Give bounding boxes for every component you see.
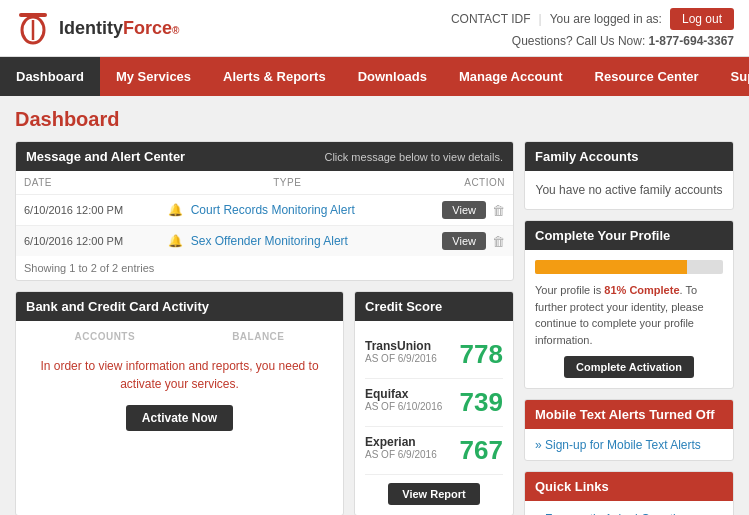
equifax-date: AS OF 6/10/2016 bbox=[365, 401, 442, 412]
family-accounts-body: You have no active family accounts bbox=[525, 171, 733, 209]
nav-item-manageaccount[interactable]: Manage Account bbox=[443, 57, 579, 96]
profile-text: Your profile is 81% Complete. To further… bbox=[535, 282, 723, 348]
bank-card-body: ACCOUNTS BALANCE In order to view inform… bbox=[16, 321, 343, 441]
view-report-button[interactable]: View Report bbox=[388, 483, 479, 505]
main-layout: Message and Alert Center Click message b… bbox=[15, 141, 734, 515]
message-alert-header: Message and Alert Center Click message b… bbox=[16, 142, 513, 171]
transunion-date: AS OF 6/9/2016 bbox=[365, 353, 437, 364]
equifax-score: 739 bbox=[460, 387, 503, 418]
bottom-row: Bank and Credit Card Activity ACCOUNTS B… bbox=[15, 291, 514, 515]
right-column: Family Accounts You have no active famil… bbox=[524, 141, 734, 515]
alert-date-2: 6/10/2016 12:00 PM bbox=[16, 226, 160, 257]
delete-icon-2[interactable]: 🗑 bbox=[492, 234, 505, 249]
transunion-score: 778 bbox=[460, 339, 503, 370]
mobile-alerts-body: Sign-up for Mobile Text Alerts bbox=[525, 429, 733, 460]
bank-card: Bank and Credit Card Activity ACCOUNTS B… bbox=[15, 291, 344, 515]
bank-activate-message: In order to view information and reports… bbox=[26, 357, 333, 393]
contact-text: CONTACT IDF bbox=[451, 12, 531, 26]
logo-text: IdentityForce® bbox=[59, 18, 179, 39]
alert-action-1: View 🗑 bbox=[414, 195, 513, 226]
delete-icon-1[interactable]: 🗑 bbox=[492, 203, 505, 218]
experian-label: Experian bbox=[365, 435, 437, 449]
logo-area: IdentityForce® bbox=[15, 10, 179, 46]
logout-button[interactable]: Log out bbox=[670, 8, 734, 30]
nav-item-downloads[interactable]: Downloads bbox=[342, 57, 443, 96]
bank-col-accounts: ACCOUNTS bbox=[74, 331, 135, 342]
logged-in-text: You are logged in as: bbox=[550, 12, 662, 26]
view-button-2[interactable]: View bbox=[442, 232, 486, 250]
col-date: DATE bbox=[16, 171, 160, 195]
nav-item-dashboard[interactable]: Dashboard bbox=[0, 57, 100, 96]
transunion-label: TransUnion bbox=[365, 339, 437, 353]
header-right: CONTACT IDF | You are logged in as: Log … bbox=[451, 8, 734, 48]
logo-icon bbox=[15, 10, 51, 46]
header: IdentityForce® CONTACT IDF | You are log… bbox=[0, 0, 749, 57]
col-type: TYPE bbox=[160, 171, 414, 195]
nav-bar: Dashboard My Services Alerts & Reports D… bbox=[0, 57, 749, 96]
quick-links-card: Quick Links Frequently Asked Questions M… bbox=[524, 471, 734, 515]
alert-table: DATE TYPE ACTION 6/10/2016 12:00 PM 🔔 Co… bbox=[16, 171, 513, 256]
nav-item-resourcecenter[interactable]: Resource Center bbox=[579, 57, 715, 96]
complete-activation-button[interactable]: Complete Activation bbox=[564, 356, 694, 378]
credit-row-equifax: Equifax AS OF 6/10/2016 739 bbox=[365, 379, 503, 427]
page-title: Dashboard bbox=[15, 108, 734, 131]
alert-link-1[interactable]: Court Records Monitoring Alert bbox=[191, 203, 355, 217]
experian-date: AS OF 6/9/2016 bbox=[365, 449, 437, 460]
nav-item-alerts[interactable]: Alerts & Reports bbox=[207, 57, 342, 96]
col-action: ACTION bbox=[414, 171, 513, 195]
credit-row-experian: Experian AS OF 6/9/2016 767 bbox=[365, 427, 503, 475]
bank-columns: ACCOUNTS BALANCE bbox=[26, 331, 333, 342]
alert-action-2: View 🗑 bbox=[414, 226, 513, 257]
experian-score: 767 bbox=[460, 435, 503, 466]
nav-item-support[interactable]: Support bbox=[715, 57, 749, 96]
credit-score-body: TransUnion AS OF 6/9/2016 778 Equifax AS… bbox=[355, 321, 513, 515]
profile-pct: 81% Complete bbox=[604, 284, 679, 296]
bank-card-header: Bank and Credit Card Activity bbox=[16, 292, 343, 321]
alert-icon-1: 🔔 bbox=[168, 203, 183, 217]
quick-links-header: Quick Links bbox=[525, 472, 733, 501]
page-content: Dashboard Message and Alert Center Click… bbox=[0, 96, 749, 515]
profile-bar-filled bbox=[535, 260, 687, 274]
mobile-alerts-card: Mobile Text Alerts Turned Off Sign-up fo… bbox=[524, 399, 734, 461]
family-accounts-header: Family Accounts bbox=[525, 142, 733, 171]
complete-profile-body: Your profile is 81% Complete. To further… bbox=[525, 250, 733, 388]
message-alert-card: Message and Alert Center Click message b… bbox=[15, 141, 514, 281]
alert-footer: Showing 1 to 2 of 2 entries bbox=[16, 256, 513, 280]
activate-now-button[interactable]: Activate Now bbox=[126, 405, 233, 431]
table-row: 6/10/2016 12:00 PM 🔔 Court Records Monit… bbox=[16, 195, 513, 226]
alert-icon-2: 🔔 bbox=[168, 234, 183, 248]
left-column: Message and Alert Center Click message b… bbox=[15, 141, 514, 515]
equifax-label: Equifax bbox=[365, 387, 442, 401]
questions-text: Questions? Call Us Now: bbox=[512, 34, 645, 48]
view-button-1[interactable]: View bbox=[442, 201, 486, 219]
mobile-alerts-header: Mobile Text Alerts Turned Off bbox=[525, 400, 733, 429]
quick-link-faq[interactable]: Frequently Asked Questions bbox=[535, 509, 723, 515]
credit-score-card: Credit Score TransUnion AS OF 6/9/2016 7… bbox=[354, 291, 514, 515]
complete-profile-header: Complete Your Profile bbox=[525, 221, 733, 250]
complete-profile-card: Complete Your Profile Your profile is 81… bbox=[524, 220, 734, 389]
quick-links-body: Frequently Asked Questions Money Plannin… bbox=[525, 501, 733, 515]
alert-date-1: 6/10/2016 12:00 PM bbox=[16, 195, 160, 226]
table-row: 6/10/2016 12:00 PM 🔔 Sex Offender Monito… bbox=[16, 226, 513, 257]
credit-score-header: Credit Score bbox=[355, 292, 513, 321]
nav-item-myservices[interactable]: My Services bbox=[100, 57, 207, 96]
profile-progress-bar bbox=[535, 260, 723, 274]
alert-type-2: 🔔 Sex Offender Monitoring Alert bbox=[160, 226, 414, 257]
phone-number: 1-877-694-3367 bbox=[649, 34, 734, 48]
alert-type-1: 🔔 Court Records Monitoring Alert bbox=[160, 195, 414, 226]
credit-row-transunion: TransUnion AS OF 6/9/2016 778 bbox=[365, 331, 503, 379]
mobile-signup-link[interactable]: Sign-up for Mobile Text Alerts bbox=[535, 438, 701, 452]
alert-link-2[interactable]: Sex Offender Monitoring Alert bbox=[191, 234, 348, 248]
bank-col-balance: BALANCE bbox=[232, 331, 284, 342]
family-accounts-card: Family Accounts You have no active famil… bbox=[524, 141, 734, 210]
